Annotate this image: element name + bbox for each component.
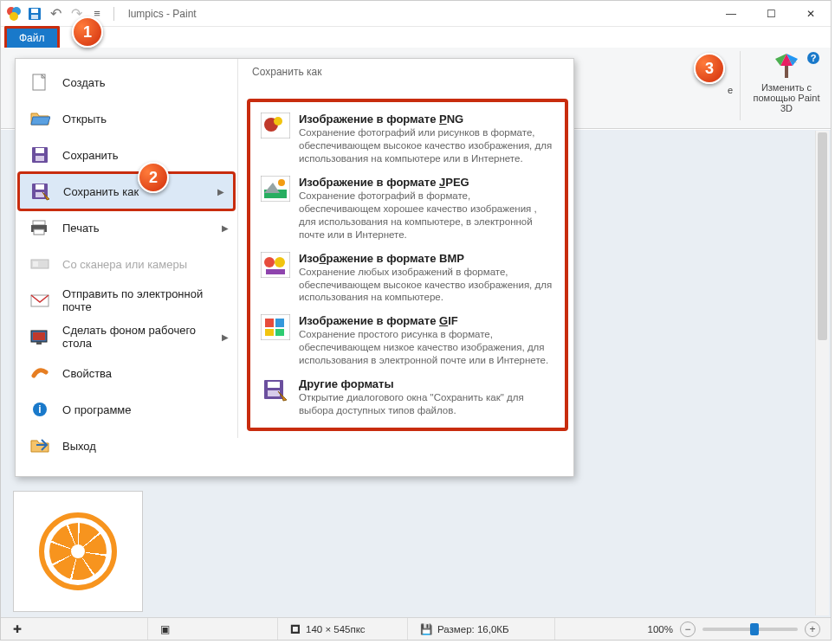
window-controls: — ☐ ✕ bbox=[711, 1, 831, 27]
menu-item-label: Создать bbox=[62, 76, 105, 89]
svg-rect-20 bbox=[33, 261, 38, 267]
submenu-arrow-icon: ▶ bbox=[217, 187, 224, 196]
menu-item-scanner: Со сканера или камеры bbox=[16, 246, 237, 282]
ribbon-partial-label: е bbox=[728, 85, 733, 95]
title-bar: ↶ ↷ ≡ lumpics - Paint — ☐ ✕ bbox=[1, 1, 831, 27]
dimensions-icon: 🞐 bbox=[290, 624, 301, 634]
file-menu-left: Создать Открыть Сохранить Сохранить как … bbox=[16, 59, 237, 469]
svg-text:?: ? bbox=[811, 53, 817, 63]
exit-icon bbox=[28, 435, 52, 456]
submenu-item-gif[interactable]: Изображение в формате GIF Сохранение про… bbox=[254, 309, 561, 372]
submenu-item-png[interactable]: Изображение в формате PNG Сохранение фот… bbox=[254, 107, 561, 171]
scrollbar-thumb[interactable] bbox=[818, 132, 827, 340]
menu-item-about[interactable]: i О программе bbox=[16, 391, 237, 428]
undo-icon[interactable]: ↶ bbox=[48, 6, 63, 22]
menu-item-save-as[interactable]: Сохранить как ▶ bbox=[19, 173, 234, 209]
gif-icon bbox=[261, 314, 290, 340]
help-icon[interactable]: ? bbox=[806, 51, 820, 68]
minimize-button[interactable]: — bbox=[711, 1, 751, 27]
menu-item-create[interactable]: Создать bbox=[16, 64, 237, 100]
submenu-arrow-icon: ▶ bbox=[222, 332, 229, 342]
submenu-item-desc: Сохранение фотографий или рисунков в фор… bbox=[299, 126, 554, 165]
bmp-icon bbox=[261, 252, 290, 278]
paint3d-label-1: Изменить с bbox=[748, 82, 825, 93]
menu-item-label: Сделать фоном рабочего стола bbox=[62, 324, 225, 350]
svg-rect-18 bbox=[34, 229, 44, 235]
submenu-item-title: Изображение в формате PNG bbox=[299, 113, 554, 126]
vertical-scrollbar[interactable] bbox=[815, 131, 829, 615]
svg-rect-43 bbox=[268, 382, 280, 388]
svg-rect-39 bbox=[275, 319, 284, 327]
jpeg-icon bbox=[261, 176, 290, 202]
save-as-submenu: Изображение в формате PNG Сохранение фот… bbox=[247, 99, 568, 431]
zoom-in-button[interactable]: + bbox=[805, 621, 820, 637]
svg-rect-16 bbox=[33, 221, 45, 225]
save-as-icon bbox=[29, 181, 53, 202]
submenu-item-title: Изображение в формате GIF bbox=[299, 314, 554, 327]
zoom-out-button[interactable]: − bbox=[680, 621, 696, 637]
print-icon bbox=[28, 217, 52, 238]
menu-item-open[interactable]: Открыть bbox=[16, 100, 237, 137]
scanner-icon bbox=[28, 254, 52, 274]
menu-item-exit[interactable]: Выход bbox=[16, 428, 237, 464]
submenu-item-bmp[interactable]: Изображение в формате BMP Сохранение люб… bbox=[254, 247, 561, 310]
status-filesize: 💾 Размер: 16,0КБ bbox=[408, 618, 555, 640]
menu-item-wallpaper[interactable]: Сделать фоном рабочего стола ▶ bbox=[16, 319, 237, 355]
cursor-icon: ✚ bbox=[13, 623, 22, 635]
app-icon bbox=[6, 6, 22, 22]
menu-item-label: Со сканера или камеры bbox=[62, 258, 187, 271]
maximize-button[interactable]: ☐ bbox=[751, 1, 791, 27]
menu-item-save[interactable]: Сохранить bbox=[16, 137, 237, 173]
file-menu-right: Сохранить как Изображение в формате PNG … bbox=[237, 59, 573, 438]
svg-rect-5 bbox=[31, 15, 38, 19]
menu-item-label: О программе bbox=[62, 403, 132, 416]
dimensions-text: 140 × 545пкс bbox=[306, 624, 366, 634]
menu-item-email[interactable]: Отправить по электронной почте bbox=[16, 282, 237, 319]
other-formats-icon bbox=[261, 377, 290, 403]
submenu-item-other[interactable]: Другие форматы Открытие диалогового окна… bbox=[254, 372, 561, 422]
canvas-document[interactable] bbox=[13, 491, 143, 612]
annotation-badge-2: 2 bbox=[138, 162, 169, 193]
submenu-item-desc: Сохранение любых изображений в формате, … bbox=[299, 266, 554, 305]
about-icon: i bbox=[28, 399, 52, 420]
wallpaper-icon bbox=[28, 326, 52, 347]
status-selection: ▣ bbox=[148, 618, 278, 640]
ribbon-corner: ︿ ? bbox=[787, 51, 820, 68]
svg-rect-14 bbox=[36, 184, 44, 190]
properties-icon bbox=[28, 363, 52, 383]
status-cursor-pos: ✚ bbox=[1, 618, 148, 640]
svg-point-32 bbox=[278, 179, 285, 186]
save-icon[interactable] bbox=[27, 6, 42, 22]
svg-rect-41 bbox=[275, 329, 284, 336]
annotation-badge-1: 1 bbox=[72, 16, 103, 48]
zoom-slider-knob[interactable] bbox=[750, 623, 759, 635]
status-dimensions: 🞐 140 × 545пкс bbox=[278, 618, 408, 640]
submenu-item-title: Изображение в формате JPEG bbox=[299, 176, 554, 189]
close-button[interactable]: ✕ bbox=[791, 1, 831, 27]
menu-item-print[interactable]: Печать ▶ bbox=[16, 209, 237, 246]
submenu-item-desc: Сохранение фотографий в формате, обеспеч… bbox=[299, 190, 554, 242]
svg-rect-24 bbox=[36, 342, 42, 345]
menu-item-properties[interactable]: Свойства bbox=[16, 355, 237, 391]
svg-text:i: i bbox=[38, 403, 41, 415]
selection-icon: ▣ bbox=[160, 623, 170, 635]
menu-item-label: Выход bbox=[62, 440, 96, 453]
collapse-ribbon-icon[interactable]: ︿ bbox=[787, 53, 798, 68]
zoom-slider[interactable] bbox=[702, 628, 798, 631]
quick-access-toolbar: ↶ ↷ ≡ lumpics - Paint bbox=[1, 6, 197, 22]
file-tab[interactable]: Файл bbox=[4, 26, 60, 48]
menu-item-label: Свойства bbox=[62, 367, 112, 380]
paint-window: ↶ ↷ ≡ lumpics - Paint — ☐ ✕ Файл е Измен… bbox=[0, 0, 832, 641]
svg-rect-36 bbox=[266, 269, 285, 274]
window-title: lumpics - Paint bbox=[128, 8, 197, 20]
zoom-value: 100% bbox=[648, 624, 673, 634]
svg-point-2 bbox=[10, 12, 18, 21]
svg-rect-38 bbox=[265, 319, 274, 327]
separator bbox=[740, 51, 741, 120]
email-icon bbox=[28, 290, 52, 311]
submenu-item-jpeg[interactable]: Изображение в формате JPEG Сохранение фо… bbox=[254, 171, 561, 247]
svg-rect-40 bbox=[265, 329, 274, 336]
status-bar: ✚ ▣ 🞐 140 × 545пкс 💾 Размер: 16,0КБ 100%… bbox=[1, 617, 831, 640]
svg-point-34 bbox=[264, 257, 275, 267]
paint3d-label-2: помощью Paint 3D bbox=[748, 93, 825, 113]
